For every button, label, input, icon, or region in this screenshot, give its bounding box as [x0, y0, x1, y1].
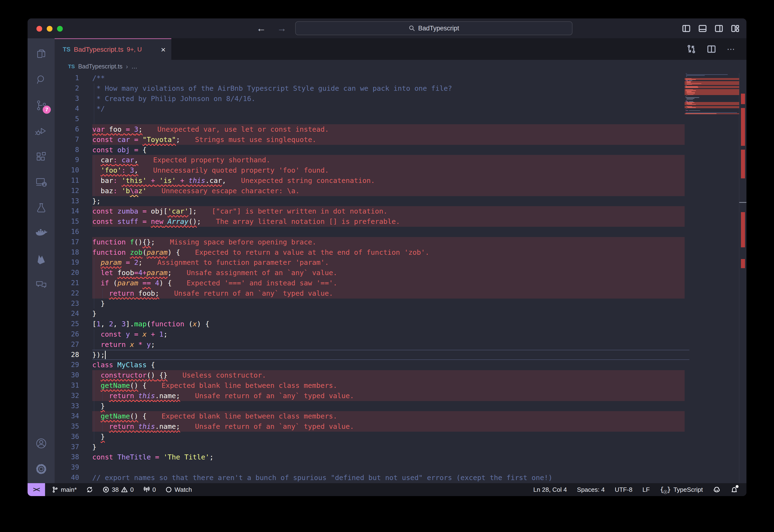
code-line-21[interactable]: 21 if (param == 4) {Expected '===' and i… [55, 278, 746, 288]
code-line-30[interactable]: 30 constructor() {}Useless constructor. [55, 370, 746, 380]
close-window-button[interactable] [36, 26, 42, 32]
overview-ruler[interactable] [739, 73, 746, 483]
code-line-8[interactable]: 8const obj = { [55, 145, 746, 155]
token [142, 340, 147, 349]
code-line-7[interactable]: 7const car = "Toyota";Strings must use s… [55, 135, 746, 145]
sidebar-item-account[interactable] [28, 430, 55, 456]
token [92, 330, 101, 338]
sidebar-item-remote-explorer[interactable] [28, 169, 55, 195]
code-line-36[interactable]: 36 } [55, 432, 746, 442]
sidebar-item-extensions[interactable] [28, 144, 55, 169]
problems-status[interactable]: 38 0 [102, 486, 133, 493]
toggle-primary-sidebar-icon[interactable] [682, 24, 691, 33]
code-line-14[interactable]: 14const zumba = obj['car'];["car"] is be… [55, 206, 746, 216]
token: const [92, 453, 113, 461]
customize-layout-icon[interactable] [731, 24, 740, 33]
token: ]. [126, 320, 134, 328]
code-line-34[interactable]: 34 getName() {Expected blank line betwee… [55, 411, 746, 421]
minimap[interactable] [685, 73, 739, 483]
line-number: 35 [55, 421, 92, 432]
code-line-26[interactable]: 26 const y = x + 1; [55, 329, 746, 340]
sidebar-item-run-debug[interactable] [28, 118, 55, 144]
code-line-13[interactable]: 13}; [55, 196, 746, 206]
token [92, 289, 109, 297]
code-line-18[interactable]: 18function zob(param) {Expected to retur… [55, 247, 746, 258]
code-line-23[interactable]: 23 } [55, 299, 746, 309]
code-line-25[interactable]: 25[1, 2, 3].map(function (x) { [55, 319, 746, 329]
code-line-2[interactable]: 2 * How many violations of the AirBnb Ty… [55, 83, 746, 94]
code-line-20[interactable]: 20 let foob=4+param;Unsafe assignment of… [55, 268, 746, 278]
sidebar-item-source-control[interactable]: 7 [28, 92, 55, 118]
line-number: 11 [55, 175, 92, 186]
zoom-window-button[interactable] [57, 26, 63, 32]
indentation-setting[interactable]: Spaces: 4 [577, 486, 605, 493]
toggle-panel-icon[interactable] [698, 24, 707, 33]
tab-badtypescript[interactable]: TS BadTypescript.ts 9+, U × [55, 38, 171, 60]
sidebar-item-search[interactable] [28, 67, 55, 92]
cursor-position[interactable]: Ln 28, Col 4 [533, 486, 567, 493]
line-number: 2 [55, 83, 92, 94]
code-line-17[interactable]: 17function f(){};Missing space before op… [55, 237, 746, 247]
breadcrumb-file[interactable]: BadTypescript.ts [78, 63, 122, 70]
code-line-28[interactable]: 28}); [55, 350, 746, 360]
code-editor[interactable]: 1/**2 * How many violations of the AirBn… [55, 73, 746, 483]
token: 'is' [159, 176, 176, 185]
code-line-31[interactable]: 31 getName() {Expected blank line betwee… [55, 380, 746, 391]
sidebar-item-testing[interactable] [28, 195, 55, 221]
close-tab-icon[interactable]: × [161, 45, 165, 54]
sidebar-item-explorer[interactable] [28, 41, 55, 67]
split-editor-icon[interactable] [707, 44, 716, 54]
code-line-35[interactable]: 35 return this.name;Unsafe return of an … [55, 421, 746, 432]
scrollbar-slider-edge[interactable] [739, 202, 746, 203]
code-line-1[interactable]: 1/** [55, 73, 746, 83]
code-line-9[interactable]: 9 car: car,Expected property shorthand. [55, 155, 746, 165]
back-icon[interactable]: ← [257, 23, 266, 34]
code-line-27[interactable]: 27 return x * y; [55, 340, 746, 350]
token: {} [159, 371, 167, 379]
code-line-32[interactable]: 32 return this.name;Unsafe return of an … [55, 391, 746, 401]
code-line-12[interactable]: 12 baz: 'b\az'Unnecessary escape charact… [55, 186, 746, 196]
code-line-37[interactable]: 37} [55, 442, 746, 452]
breadcrumb[interactable]: TS BadTypescript.ts › … [55, 60, 746, 73]
sidebar-item-docker[interactable] [28, 221, 55, 246]
sidebar-item-comments[interactable] [28, 272, 55, 297]
forward-icon[interactable]: → [277, 23, 287, 34]
code-line-16[interactable]: 16 [55, 227, 746, 237]
notifications-button[interactable] [731, 486, 738, 493]
open-changes-icon[interactable] [687, 44, 696, 54]
code-line-11[interactable]: 11 bar: 'this' + 'is' + this.car,Unexpec… [55, 175, 746, 186]
code-line-10[interactable]: 10 'foo': 3,Unnecessarily quoted propert… [55, 165, 746, 175]
code-line-5[interactable]: 5 [55, 114, 746, 124]
sidebar-item-firebase[interactable] [28, 246, 55, 272]
encoding-setting[interactable]: UTF-8 [615, 486, 633, 493]
token: = [126, 258, 130, 266]
remote-indicator[interactable]: >< [28, 483, 45, 496]
sidebar-item-settings[interactable] [28, 456, 55, 482]
eol-setting[interactable]: LF [643, 486, 650, 493]
language-mode[interactable]: {ⓧ} TypeScript [660, 486, 703, 494]
code-line-22[interactable]: 22 return foob;Unsafe return of an `any`… [55, 288, 746, 299]
breadcrumb-symbol[interactable]: … [131, 63, 137, 70]
code-line-3[interactable]: 3 * Created by Philip Johnson on 8/4/16. [55, 94, 746, 104]
copilot-status[interactable] [713, 486, 721, 493]
code-line-4[interactable]: 4 */ [55, 104, 746, 114]
watch-status[interactable]: Watch [165, 486, 192, 493]
ports-status[interactable]: 0 [143, 486, 156, 493]
code-line-39[interactable]: 39 [55, 462, 746, 473]
line-content: [1, 2, 3].map(function (x) { [92, 319, 685, 329]
code-line-38[interactable]: 38const TheTitle = 'The Title'; [55, 452, 746, 462]
toggle-secondary-sidebar-icon[interactable] [714, 24, 723, 33]
git-branch-status[interactable]: main* [52, 486, 77, 493]
code-line-29[interactable]: 29class MyClass { [55, 360, 746, 370]
code-line-40[interactable]: 40// export names so that there aren't a… [55, 473, 746, 483]
sync-button[interactable] [86, 486, 93, 493]
minimize-window-button[interactable] [47, 26, 52, 32]
code-line-33[interactable]: 33 } [55, 401, 746, 411]
command-center-search[interactable]: BadTypescript [295, 21, 572, 35]
token: = [134, 330, 138, 338]
code-line-19[interactable]: 19 param = 2;Assignment to function para… [55, 257, 746, 268]
code-line-15[interactable]: 15const stuff = new Array();The array li… [55, 216, 746, 227]
code-line-24[interactable]: 24} [55, 309, 746, 319]
more-actions-icon[interactable]: ⋯ [727, 44, 736, 54]
code-line-6[interactable]: 6var foo = 3;Unexpected var, use let or … [55, 124, 746, 135]
